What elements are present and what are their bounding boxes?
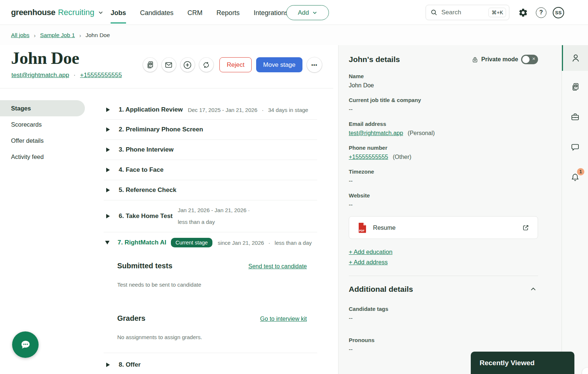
- top-navigation-bar: greenhouse Recruiting Jobs Candidates CR…: [0, 0, 588, 25]
- dot-separator: ·: [248, 207, 250, 213]
- stage-row-phone-interview[interactable]: 3. Phone Interview: [104, 140, 317, 160]
- user-avatar[interactable]: SS: [553, 0, 564, 25]
- add-button[interactable]: Add: [286, 5, 329, 20]
- move-stage-button[interactable]: Move stage: [256, 57, 302, 72]
- stage-row-rightmatch-ai[interactable]: 7. RightMatch AI Current stage since Jan…: [104, 232, 317, 253]
- chat-bubble-icon: [570, 142, 580, 152]
- add-address-link[interactable]: + Add address: [349, 259, 538, 266]
- breadcrumb-separator-icon: ›: [34, 32, 36, 39]
- settings-button[interactable]: [518, 0, 528, 25]
- more-actions-button[interactable]: •••: [307, 57, 322, 72]
- email-candidate-button[interactable]: [162, 58, 176, 72]
- primary-nav: Jobs Candidates CRM Reports Integrations: [111, 0, 288, 25]
- details-heading: John's details: [349, 55, 400, 64]
- candidate-name-heading: John Doe: [11, 48, 79, 68]
- stage-duration: less than a day: [178, 219, 215, 225]
- add-candidate-info-button[interactable]: [180, 58, 195, 72]
- add-education-link[interactable]: + Add education: [349, 248, 538, 255]
- logo-product-name: Recruiting: [58, 8, 94, 17]
- question-mark-icon: ?: [536, 7, 546, 18]
- sidebar-item-stages[interactable]: Stages: [0, 100, 85, 116]
- current-stage-badge: Current stage: [171, 238, 213, 247]
- help-button[interactable]: ?: [536, 0, 546, 25]
- search-shortcut: ⌘+K: [488, 8, 506, 17]
- recently-viewed-title: Recently Viewed: [480, 359, 564, 367]
- right-icon-rail: 1: [562, 45, 588, 374]
- private-mode-control: Private mode ✕: [472, 55, 538, 64]
- toggle-x-icon: ✕: [532, 57, 535, 61]
- sidebar-item-scorecards[interactable]: Scorecards: [0, 116, 85, 132]
- rail-item-messages[interactable]: [562, 134, 588, 160]
- field-name: Name John Doe: [349, 73, 538, 89]
- resume-label: Resume: [373, 224, 520, 231]
- candidate-actions-toolbar: Reject Move stage •••: [143, 57, 322, 72]
- rail-item-notifications[interactable]: 1: [562, 164, 588, 190]
- stage-row-offer[interactable]: 8. Offer: [104, 353, 317, 374]
- triangle-collapsed-icon: [106, 108, 110, 112]
- dot-separator: ·: [74, 72, 76, 79]
- field-email-address: Email address test@rightmatch.app (Perso…: [349, 121, 538, 137]
- svg-text:PDF: PDF: [359, 229, 365, 232]
- stage-row-face-to-face[interactable]: 4. Face to Face: [104, 160, 317, 180]
- minimize-button[interactable]: [564, 361, 566, 365]
- avatar-initials: SS: [553, 7, 564, 18]
- email-link[interactable]: test@rightmatch.app: [349, 130, 403, 136]
- private-mode-toggle[interactable]: ✕: [521, 55, 538, 64]
- chevron-up-icon: [529, 285, 537, 293]
- support-chat-fab[interactable]: [12, 331, 39, 358]
- breadcrumb: All jobs › Sample Job 1 › John Doe: [0, 25, 588, 45]
- resume-card[interactable]: PDF Resume: [349, 216, 538, 239]
- stage-row-take-home-test[interactable]: 6. Take Home Test Jan 21, 2026 - Jan 21,…: [104, 200, 317, 232]
- send-test-link[interactable]: Send test to candidate: [248, 263, 307, 270]
- breadcrumb-sample-job[interactable]: Sample Job 1: [40, 32, 75, 39]
- triangle-expanded-icon: [105, 241, 110, 244]
- triangle-collapsed-icon: [106, 127, 110, 132]
- dot-separator: ·: [268, 240, 270, 246]
- chevron-down-icon: [98, 10, 104, 15]
- candidate-phone-link[interactable]: +15555555555: [80, 72, 122, 79]
- breadcrumb-all-jobs[interactable]: All jobs: [11, 32, 29, 39]
- rail-item-scorecards[interactable]: [562, 74, 588, 100]
- search-input[interactable]: [441, 9, 488, 16]
- transfer-candidate-button[interactable]: [199, 58, 214, 72]
- collapse-section-button[interactable]: [528, 284, 538, 294]
- field-job-title-company: Current job title & company --: [349, 97, 538, 113]
- scorecards-button[interactable]: [143, 58, 157, 72]
- nav-item-integrations[interactable]: Integrations: [254, 1, 288, 23]
- documents-clock-icon: [570, 82, 580, 92]
- candidate-details-panel: John's details Private mode ✕ Name John …: [338, 45, 562, 374]
- chat-dots-icon: [18, 337, 33, 352]
- external-link-icon: [522, 224, 530, 232]
- candidate-email-link[interactable]: test@rightmatch.app: [11, 72, 69, 79]
- stage-row-preliminary-phone-screen[interactable]: 2. Preliminary Phone Screen: [104, 120, 317, 139]
- private-mode-label: Private mode: [481, 56, 518, 63]
- triangle-collapsed-icon: [106, 168, 110, 172]
- stage-row-reference-check[interactable]: 5. Reference Check: [104, 180, 317, 200]
- add-button-label: Add: [298, 9, 309, 17]
- nav-item-jobs[interactable]: Jobs: [111, 1, 126, 23]
- nav-item-reports[interactable]: Reports: [216, 1, 240, 23]
- open-resume-button[interactable]: [520, 222, 531, 233]
- nav-item-candidates[interactable]: Candidates: [140, 1, 173, 23]
- go-to-interview-kit-link[interactable]: Go to interview kit: [260, 316, 307, 322]
- sync-arrows-icon: [202, 61, 211, 69]
- plus-circle-icon: [183, 60, 192, 70]
- sidebar-item-offer-details[interactable]: Offer details: [0, 132, 85, 149]
- field-pronouns: Pronouns --: [349, 337, 538, 353]
- sidebar-item-activity-feed[interactable]: Activity feed: [0, 149, 85, 165]
- field-phone-number: Phone number +15555555555 (Other): [349, 145, 538, 160]
- nav-item-crm[interactable]: CRM: [187, 1, 202, 23]
- additional-details-heading: Additional details: [349, 285, 413, 294]
- gear-icon: [518, 8, 528, 18]
- reject-button[interactable]: Reject: [219, 57, 252, 72]
- search-icon: [430, 9, 438, 16]
- rail-item-jobs[interactable]: [562, 104, 588, 130]
- recently-viewed-panel[interactable]: Recently Viewed: [471, 352, 574, 374]
- stage-since: since Jan 21, 2026: [218, 240, 264, 246]
- search-box[interactable]: ⌘+K: [426, 5, 509, 20]
- rail-item-candidate-details[interactable]: [562, 45, 588, 71]
- field-website: Website --: [349, 192, 538, 208]
- stage-row-application-review[interactable]: 1. Application Review Dec 17, 2025 - Jan…: [104, 100, 317, 119]
- phone-link[interactable]: +15555555555: [349, 154, 388, 160]
- greenhouse-logo[interactable]: greenhouse Recruiting: [11, 0, 104, 25]
